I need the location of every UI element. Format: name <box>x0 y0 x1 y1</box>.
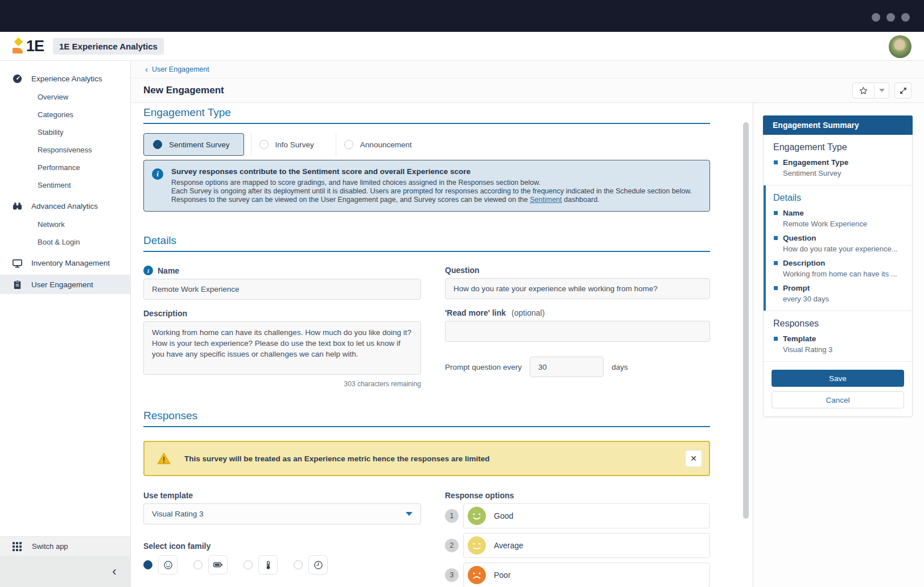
window-control-dot-icon[interactable] <box>872 13 880 22</box>
prompt-days-input[interactable] <box>530 357 604 377</box>
summary-section-responses: Responses Template Visual Rating 3 <box>764 311 912 361</box>
option-label: Info Survey <box>275 140 314 149</box>
chevron-down-icon <box>406 512 412 516</box>
binoculars-icon <box>11 200 23 212</box>
summary-item: Description Working from home can have i… <box>773 259 904 278</box>
info-icon: i <box>152 168 163 180</box>
summary-rail: Engagement Summary Engagement Type Engag… <box>753 103 924 587</box>
sidebar-item-advanced-analytics[interactable]: Advanced Analytics <box>0 196 130 216</box>
radio-icon <box>259 140 269 149</box>
sidebar: Experience Analytics Overview Categories… <box>0 61 131 587</box>
option-label: Announcement <box>360 140 412 149</box>
icon-family-clocks[interactable] <box>294 555 328 574</box>
favorite-button[interactable] <box>853 83 874 98</box>
switch-app-label: Switch app <box>32 542 68 551</box>
template-selected-value: Visual Rating 3 <box>152 510 204 518</box>
sidebar-item-performance[interactable]: Performance <box>0 159 130 176</box>
sidebar-item-inventory-management[interactable]: Inventory Management <box>0 253 130 272</box>
engagement-type-options: Sentiment Survey Info Survey Announcemen… <box>143 133 710 156</box>
star-icon <box>859 86 868 96</box>
sidebar-item-label: Experience Analytics <box>31 75 102 83</box>
collapse-sidebar-button[interactable]: ‹ <box>106 564 122 580</box>
favorite-split-button <box>852 82 889 98</box>
option-announcement[interactable]: Announcement <box>337 137 427 152</box>
form-scroll-area: Engagement Type Sentiment Survey Info Su… <box>131 103 753 587</box>
user-avatar[interactable] <box>889 35 911 58</box>
vertical-scrollbar[interactable] <box>743 122 749 519</box>
sidebar-item-label: Advanced Analytics <box>31 202 98 210</box>
response-option-label: Average <box>494 541 523 550</box>
breadcrumb-back-link[interactable]: ‹ User Engagement <box>145 65 209 73</box>
option-sentiment-survey[interactable]: Sentiment Survey <box>143 133 244 156</box>
response-option-poor[interactable]: Poor <box>463 563 710 587</box>
sidebar-item-user-engagement[interactable]: User Engagement <box>0 275 130 294</box>
sidebar-item-categories[interactable]: Categories <box>0 106 130 123</box>
warning-text: This survey will be treated as an Experi… <box>184 454 671 463</box>
name-label: i Name <box>143 266 421 275</box>
happy-face-icon <box>468 507 486 525</box>
monitor-icon <box>11 257 23 268</box>
icon-family-smileys[interactable] <box>143 555 178 574</box>
radio-icon <box>344 140 353 149</box>
window-control-dot-icon[interactable] <box>901 13 910 22</box>
response-options-label: Response options <box>445 491 710 500</box>
section-heading-engagement-type: Engagement Type <box>143 106 710 124</box>
sidebar-item-overview[interactable]: Overview <box>0 88 130 106</box>
1e-logo-mark-icon <box>13 38 24 55</box>
description-textarea[interactable]: Working from home can have its challenge… <box>143 321 421 375</box>
page-title: New Engagement <box>143 85 224 96</box>
app-grid-icon <box>11 541 23 552</box>
sidebar-item-experience-analytics[interactable]: Experience Analytics <box>0 69 130 88</box>
summary-item: Name Remote Work Experience <box>773 209 904 228</box>
warning-triangle-icon <box>157 452 171 465</box>
use-template-label: Use template <box>143 491 421 500</box>
response-option-good[interactable]: Good <box>463 503 710 528</box>
switch-app-button[interactable]: Switch app <box>0 536 130 556</box>
radio-checked-icon <box>153 140 162 149</box>
summary-footer: Save Cancel <box>764 361 912 416</box>
option-number: 3 <box>445 568 459 582</box>
sentiment-dashboard-link[interactable]: Sentiment <box>530 196 562 204</box>
radio-icon <box>294 560 303 569</box>
clock-icon <box>308 555 328 574</box>
template-select[interactable]: Visual Rating 3 <box>143 503 421 524</box>
dismiss-warning-button[interactable]: ✕ <box>685 450 702 467</box>
battery-icon <box>208 555 228 574</box>
save-button[interactable]: Save <box>772 370 904 387</box>
clipboard-icon <box>11 279 23 290</box>
radio-icon <box>244 560 253 569</box>
sidebar-item-stability[interactable]: Stability <box>0 123 130 141</box>
engagement-summary-panel: Engagement Summary Engagement Type Engag… <box>763 115 913 417</box>
question-input[interactable] <box>445 278 710 299</box>
icon-family-batteries[interactable] <box>193 555 228 574</box>
name-input[interactable] <box>143 279 421 300</box>
breadcrumb: ‹ User Engagement <box>131 61 924 78</box>
app-title-chip: 1E Experience Analytics <box>53 38 164 55</box>
response-option-row: 1 Good <box>445 503 710 528</box>
response-option-average[interactable]: Average <box>463 533 710 558</box>
icon-family-thermometers[interactable] <box>244 555 278 574</box>
sidebar-item-label: Inventory Management <box>31 259 110 267</box>
window-control-dot-icon[interactable] <box>886 13 895 22</box>
prompt-frequency-row: Prompt question every days <box>445 357 710 377</box>
sidebar-item-network[interactable]: Network <box>0 216 130 233</box>
option-info-survey[interactable]: Info Survey <box>253 137 329 152</box>
icon-family-options <box>143 555 421 574</box>
response-option-label: Good <box>494 511 513 520</box>
readmore-input[interactable] <box>445 321 710 342</box>
expand-button[interactable] <box>894 82 911 98</box>
sidebar-item-sentiment[interactable]: Sentiment <box>0 176 130 194</box>
page-header: New Engagement <box>131 78 924 103</box>
1e-logo[interactable]: 1E <box>13 38 44 55</box>
sidebar-item-responsiveness[interactable]: Responsiveness <box>0 141 130 159</box>
sidebar-footer: ‹ <box>0 556 130 587</box>
option-number: 1 <box>445 509 459 523</box>
smiley-icon <box>158 555 178 574</box>
cancel-button[interactable]: Cancel <box>772 391 904 408</box>
sidebar-item-boot-login[interactable]: Boot & Login <box>0 233 130 251</box>
favorite-menu-button[interactable] <box>874 83 889 98</box>
description-label: Description <box>143 309 421 318</box>
section-heading-responses: Responses <box>143 410 710 427</box>
response-option-label: Poor <box>494 571 511 580</box>
section-heading-details: Details <box>143 234 710 252</box>
